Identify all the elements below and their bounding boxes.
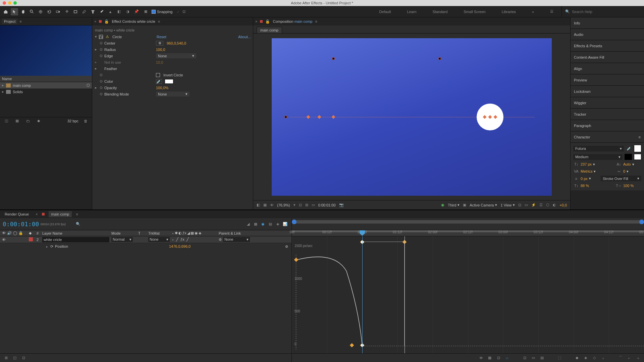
eraser-tool-icon[interactable]: ◧: [115, 8, 123, 15]
mb-switch[interactable]: ╱: [186, 237, 189, 242]
brush-tool-icon[interactable]: [98, 8, 105, 15]
search-input[interactable]: [572, 10, 632, 14]
zoom-tool-icon[interactable]: [28, 8, 36, 15]
hscale-value[interactable]: 100 %: [623, 184, 634, 188]
t-col[interactable]: T: [138, 231, 148, 235]
graph-editor-active-icon[interactable]: 📊: [281, 221, 289, 228]
panel-preview[interactable]: Preview: [571, 74, 644, 86]
comp-flowchart-tab[interactable]: main comp: [257, 27, 282, 33]
easy-ease-icon[interactable]: ⌒: [617, 355, 624, 361]
maximize-window-icon[interactable]: [13, 1, 17, 5]
project-tab[interactable]: Project: [2, 19, 17, 24]
nav-start-handle[interactable]: [292, 220, 297, 224]
snap-options-icon[interactable]: ⟋: [176, 10, 180, 14]
collapse-switch[interactable]: ⬩: [172, 237, 174, 242]
panel-menu-icon[interactable]: ≡: [76, 212, 78, 216]
convert-auto-bezier-icon[interactable]: ⬨: [600, 355, 606, 361]
fit-icon[interactable]: ⊡: [495, 355, 502, 361]
reset-link[interactable]: Reset: [157, 35, 166, 39]
parent-col[interactable]: Parent & Link: [219, 231, 291, 235]
zoom-value[interactable]: (76,9%): [277, 203, 290, 207]
hand-tool-icon[interactable]: [19, 8, 27, 15]
zoom-dropdown-icon[interactable]: ▾: [293, 203, 296, 207]
puppet-tool-icon[interactable]: 📌: [133, 8, 140, 15]
video-toggle[interactable]: 👁: [2, 238, 6, 242]
close-window-icon[interactable]: [3, 1, 6, 5]
camera-select[interactable]: Active Camera ▾: [470, 203, 497, 207]
project-item-main-comp[interactable]: ▸ main comp ⬡: [0, 82, 92, 88]
layer-handle[interactable]: [332, 57, 334, 60]
path-vertex[interactable]: [331, 115, 335, 119]
lock-icon[interactable]: 🔓: [265, 19, 270, 24]
panel-info[interactable]: Info: [571, 17, 644, 29]
search-layers-icon[interactable]: 🔍: [76, 222, 80, 226]
point-picker-icon[interactable]: ⊕: [156, 41, 163, 46]
path-vertex[interactable]: [317, 115, 321, 119]
mode-select[interactable]: Normal▾: [111, 237, 133, 242]
time-navigator[interactable]: [292, 218, 644, 230]
panel-content-aware-fill[interactable]: Content-Aware Fill: [571, 52, 644, 63]
layer-name-field[interactable]: white cricle: [42, 237, 109, 242]
composition-viewport[interactable]: [272, 38, 552, 196]
opacity-value[interactable]: 100,0%: [156, 86, 168, 90]
color-swatch[interactable]: [165, 79, 173, 84]
nav-end-handle[interactable]: [639, 220, 644, 224]
orbit-tool-icon[interactable]: [37, 8, 44, 15]
clone-stamp-tool-icon[interactable]: ▲: [107, 8, 114, 15]
layer-row-white-circle[interactable]: 👁 2 white cricle Normal▾ None▾ ⬩ ╱ ƒx ╱ …: [0, 236, 291, 243]
pan-behind-tool-icon[interactable]: ✥: [63, 8, 70, 15]
minimize-window-icon[interactable]: [8, 1, 11, 5]
label-col[interactable]: ◆: [29, 231, 34, 235]
kerning-value[interactable]: Metrics: [581, 169, 592, 173]
project-column-header[interactable]: Name: [0, 76, 92, 82]
center-value[interactable]: 960,0,540,0: [167, 41, 186, 45]
roto-brush-tool-icon[interactable]: ◑: [124, 8, 131, 15]
workspace-libraries[interactable]: Libraries: [494, 6, 524, 17]
property-row-position[interactable]: ⬥ ⟳ Position 1476,0,696,0 ⊚: [0, 243, 291, 250]
toggle-modes-icon[interactable]: ◫: [11, 355, 18, 361]
frame-blend-icon[interactable]: ▦: [252, 221, 259, 228]
pen-tool-icon[interactable]: [80, 8, 88, 15]
close-tab-icon[interactable]: ×: [94, 19, 96, 23]
composition-tab[interactable]: Composition main comp: [273, 19, 312, 23]
font-style-select[interactable]: Medium▾: [573, 154, 623, 160]
font-size-value[interactable]: 237 px: [581, 162, 592, 166]
layer-handle[interactable]: [284, 116, 287, 118]
panel-menu-icon[interactable]: ≡: [315, 19, 317, 23]
snapshot-icon[interactable]: 📷: [339, 203, 344, 207]
bpc-label[interactable]: 32 bpc: [67, 119, 78, 123]
panel-audio[interactable]: Audio: [571, 29, 644, 40]
panel-align[interactable]: Align: [571, 63, 644, 74]
anchor-point[interactable]: [494, 115, 497, 119]
about-link[interactable]: About...: [238, 35, 251, 39]
fill-color-swatch[interactable]: [634, 145, 641, 152]
3d-icon[interactable]: ▣: [463, 203, 466, 207]
anchor-point[interactable]: [488, 115, 492, 119]
parent-select[interactable]: None▾: [223, 237, 250, 242]
pickwhip-icon[interactable]: ⊚: [219, 237, 222, 242]
workspace-standard[interactable]: Standard: [425, 6, 456, 17]
sync-settings-icon[interactable]: ☰: [542, 6, 561, 17]
lock-col-icon[interactable]: 🔒: [18, 231, 23, 235]
comp-flowchart-icon[interactable]: ⬡: [83, 83, 90, 87]
auto-zoom-icon[interactable]: ∩: [504, 355, 511, 361]
project-item-solids[interactable]: ▸ Solids: [0, 88, 92, 95]
convert-linear-icon[interactable]: ◇: [591, 355, 598, 361]
render-queue-tab[interactable]: Render Queue: [2, 211, 32, 217]
toggle-in-out-icon[interactable]: ⊡: [20, 355, 27, 361]
panel-paragraph[interactable]: Paragraph: [571, 120, 644, 131]
snapping-checkbox[interactable]: [152, 10, 156, 14]
stroke-order-select[interactable]: Stroke Over Fill▾: [601, 176, 641, 181]
resolution-icon[interactable]: ⊡: [299, 203, 302, 207]
stroke-color-swatch[interactable]: [625, 154, 632, 160]
trash-icon[interactable]: 🗑: [82, 117, 89, 125]
preview-icon[interactable]: ◉: [441, 203, 444, 207]
rotate-tool-icon[interactable]: [46, 8, 53, 15]
channel-icon[interactable]: ▦: [263, 203, 267, 207]
current-time[interactable]: 0:00:01:00: [3, 221, 39, 228]
eyedropper-icon[interactable]: 💉: [156, 79, 162, 84]
anchor-point[interactable]: [483, 115, 487, 119]
effect-controls-tab[interactable]: Effect Controls white cricle: [112, 19, 155, 23]
trkmat-col[interactable]: TrkMat: [148, 231, 172, 235]
layer-name-col[interactable]: Layer Name: [41, 231, 111, 235]
